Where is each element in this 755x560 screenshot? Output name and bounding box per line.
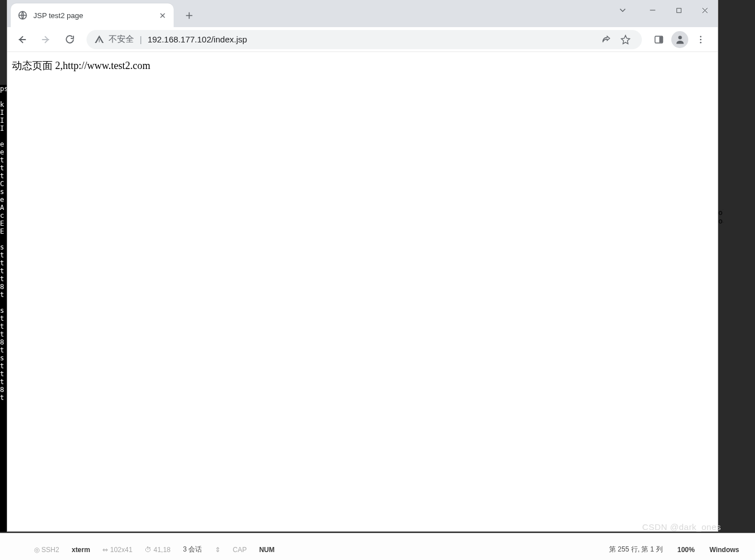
warning-icon xyxy=(94,35,104,44)
side-panel-button[interactable] xyxy=(649,29,669,50)
toolbar-right-icons xyxy=(649,29,713,50)
address-separator: | xyxy=(140,35,142,44)
page-body-text: 动态页面 2,http://www.test2.com xyxy=(12,59,713,72)
status-updown-icon: ⇕ xyxy=(215,546,221,554)
background-fragment-right: ol oa xyxy=(718,208,723,240)
status-os: Windows xyxy=(709,546,739,554)
tab-search-button[interactable] xyxy=(611,0,634,21)
editor-statusbar: ◎ SSH2 xterm ⇔ 102x41 ⏱ 41,18 3 会话 ⇕ CAP… xyxy=(0,533,755,560)
status-sessions: 3 会话 xyxy=(183,545,202,554)
svg-rect-1 xyxy=(676,8,681,12)
svg-point-6 xyxy=(700,41,702,43)
url-text: 192.168.177.102/index.jsp xyxy=(148,35,247,44)
security-indicator[interactable]: 不安全 xyxy=(94,34,134,45)
status-zoom: 100% xyxy=(678,546,695,554)
status-cap: CAP xyxy=(233,546,247,554)
tab-title: JSP test2 page xyxy=(33,11,152,20)
menu-button[interactable] xyxy=(691,29,711,50)
status-size: ⇔ 102x41 xyxy=(102,546,132,554)
browser-window: JSP test2 page xyxy=(7,0,718,532)
window-controls xyxy=(611,0,718,21)
svg-point-3 xyxy=(678,36,681,39)
forward-button[interactable] xyxy=(36,29,56,50)
status-ssh: ◎ SSH2 xyxy=(34,546,59,554)
svg-point-5 xyxy=(700,38,702,40)
security-label: 不安全 xyxy=(109,34,134,45)
page-content: 动态页面 2,http://www.test2.com xyxy=(7,52,718,531)
status-uptime: ⏱ 41,18 xyxy=(145,546,170,554)
status-line-col: 第 255 行, 第 1 列 xyxy=(609,545,663,554)
reload-button[interactable] xyxy=(59,29,80,50)
browser-toolbar: 不安全 | 192.168.177.102/index.jsp xyxy=(7,27,718,52)
address-bar[interactable]: 不安全 | 192.168.177.102/index.jsp xyxy=(87,30,642,49)
browser-tab-active[interactable]: JSP test2 page xyxy=(11,3,174,27)
new-tab-button[interactable] xyxy=(179,6,199,25)
share-button[interactable] xyxy=(598,31,615,48)
svg-point-4 xyxy=(700,36,702,37)
fragment-right-text: ol oa xyxy=(718,208,723,225)
globe-icon xyxy=(18,10,28,20)
back-button[interactable] xyxy=(12,29,32,50)
window-maximize-button[interactable] xyxy=(666,0,692,21)
window-close-button[interactable] xyxy=(692,0,718,21)
close-tab-icon[interactable] xyxy=(158,11,167,20)
status-term: xterm xyxy=(72,546,90,554)
bookmark-button[interactable] xyxy=(617,31,634,48)
status-num: NUM xyxy=(259,546,274,554)
terminal-left-text: ps k I I I e e t t t C s e A c E E s t t… xyxy=(0,85,7,402)
window-minimize-button[interactable] xyxy=(640,0,666,21)
profile-button[interactable] xyxy=(671,31,688,48)
background-terminal-left: ps k I I I e e t t t C s e A c E E s t t… xyxy=(0,85,7,532)
tab-strip: JSP test2 page xyxy=(7,0,718,27)
watermark-text: CSDN @dark_ones xyxy=(642,522,721,532)
